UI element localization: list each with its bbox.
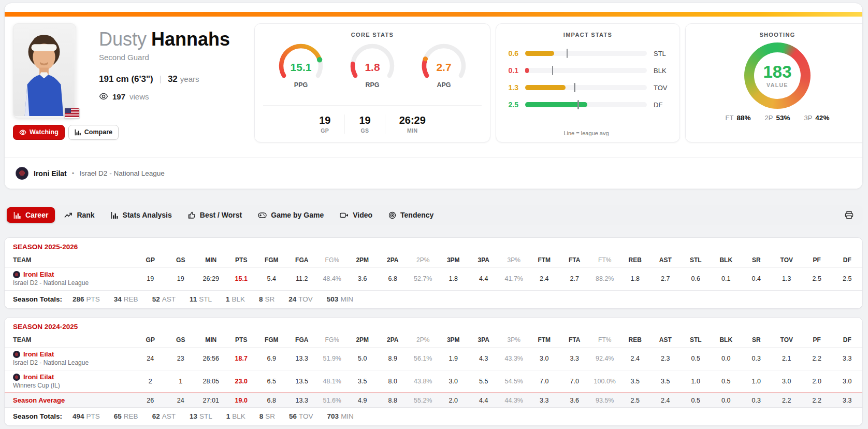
tab-tendency[interactable]: Tendency [382, 207, 440, 223]
impact-stats-title: IMPACT STATS [496, 32, 679, 38]
column-header-team: TEAM [5, 252, 135, 268]
gauge-ppg: 15.1 PPG [272, 42, 329, 89]
tab-stats-analysis[interactable]: Stats Analysis [104, 207, 179, 223]
stat-ast: 3.5 [650, 370, 681, 393]
stat-2pm: 4.9 [348, 393, 378, 408]
column-header-fgm: FGM [256, 252, 287, 268]
stat-2ppct: 55.2% [408, 393, 439, 408]
team-link[interactable]: Ironi Eilat [23, 374, 54, 381]
team-league: Winners Cup (IL) [13, 382, 132, 390]
stat-2pa: 8.0 [378, 370, 408, 393]
team-link[interactable]: Ironi Eilat [23, 271, 54, 279]
column-header-df: DF [832, 252, 863, 268]
stat-gp: 19 [135, 268, 166, 291]
stat-tov: 3.0 [772, 370, 802, 393]
column-header-ftm: FTM [529, 252, 560, 268]
stat-pts: 15.1 [226, 268, 257, 291]
tab-game-by-game[interactable]: Game by Game [251, 207, 330, 223]
stat-fgpct: 51.6% [317, 393, 348, 408]
core-summary: 19 GP 19 GS 26:29 MIN [263, 105, 482, 142]
stat-blk: 0.5 [711, 370, 742, 393]
stat-sr: 0.3 [741, 393, 772, 408]
df-bar [525, 102, 647, 107]
stat-3pm: 3.0 [438, 370, 469, 393]
stat-2pm: 3.6 [348, 268, 378, 291]
shooting-value-label: VALUE [766, 82, 788, 88]
stat-reb: 2.5 [620, 393, 650, 408]
tab-rank[interactable]: Rank [57, 207, 101, 223]
tab-video[interactable]: Video [333, 207, 379, 223]
total-sr: 8SR [259, 295, 274, 303]
column-header-2pa: 2PA [378, 332, 408, 348]
total-sr: 8SR [259, 412, 275, 420]
total-ast: 62AST [152, 412, 176, 420]
total-reb: 34REB [114, 295, 138, 303]
stat-gs: 23 [166, 348, 196, 370]
thumb-icon [188, 211, 196, 219]
stat-min: 28:05 [196, 370, 226, 393]
stat-reb: 1.8 [620, 268, 650, 291]
column-header-3pa: 3PA [469, 332, 499, 348]
stat-pts: 19.0 [226, 393, 257, 408]
stat-reb: 2.4 [620, 348, 650, 370]
stat-2pm: 3.5 [348, 370, 378, 393]
column-header-tov: TOV [772, 332, 802, 348]
watching-button[interactable]: Watching [13, 125, 65, 140]
core-stats-title: CORE STATS [255, 32, 490, 38]
tab-best-worst[interactable]: Best / Worst [181, 207, 249, 223]
team-league: Israel D2 - National League [79, 169, 164, 177]
column-header-gs: GS [166, 332, 196, 348]
column-header-fta: FTA [559, 252, 590, 268]
stat-pf: 2.0 [802, 370, 832, 393]
chart-icon [13, 211, 21, 219]
team-league: Israel D2 - National League [13, 360, 132, 367]
stat-fgm: 6.8 [256, 393, 287, 408]
column-header-2pm: 2PM [348, 332, 378, 348]
gamepad-icon [258, 211, 267, 219]
impact-row-df: 2.5 DF [504, 101, 670, 109]
column-header-ast: AST [650, 252, 681, 268]
impact-rows: 0.6 STL 0.1 BLK 1.3 TOV [496, 38, 679, 109]
column-header-min: MIN [196, 252, 226, 268]
target-icon [388, 211, 396, 219]
stat-df: 3.3 [832, 348, 863, 370]
column-header-df: DF [832, 332, 863, 348]
column-header-3ppct: 3P% [499, 252, 529, 268]
column-header-3pa: 3PA [469, 252, 499, 268]
table-header-row: TEAMGPGSMINPTSFGMFGAFG%2PM2PA2P%3PM3PA3P… [5, 332, 862, 348]
team-link[interactable]: Ironi Eilat [34, 169, 67, 178]
ft-split: FT88% [726, 114, 751, 122]
stat-fga: 13.5 [287, 370, 317, 393]
stat-fgpct: 48.4% [317, 268, 348, 291]
league-avg-line [552, 66, 554, 75]
summary-min: 26:29 MIN [385, 115, 440, 134]
stat-ast: 2.4 [650, 393, 681, 408]
total-blk: 1BLK [226, 295, 245, 303]
total-ast: 52AST [152, 295, 176, 303]
table-header-row: TEAMGPGSMINPTSFGMFGAFG%2PM2PA2P%3PM3PA3P… [5, 252, 862, 268]
header-content: Watching Compare DustyHannahs Second Gua… [5, 17, 862, 142]
stat-fga: 11.2 [287, 268, 317, 291]
shooting-value: 183 [763, 63, 791, 80]
camera-icon [340, 211, 349, 219]
player-name: DustyHannahs [99, 30, 254, 49]
column-header-3ppct: 3P% [499, 332, 529, 348]
eye-icon [19, 130, 26, 135]
print-button[interactable] [843, 209, 856, 221]
stat-blk: 0.1 [711, 268, 742, 291]
stat-tov: 1.3 [772, 268, 802, 291]
3p-split: 3P42% [804, 114, 829, 122]
eye-icon [99, 93, 108, 100]
stat-ftpct: 88.2% [590, 268, 620, 291]
tab-career[interactable]: Career [7, 207, 55, 223]
league-avg-line [574, 83, 575, 92]
team-link[interactable]: Ironi Eilat [23, 351, 54, 359]
column-header-3pm: 3PM [438, 252, 469, 268]
meta-separator: | [160, 75, 162, 84]
column-header-fga: FGA [287, 332, 317, 348]
shooting-splits: FT88% 2P53% 3P42% [686, 114, 863, 122]
column-header-gp: GP [135, 252, 166, 268]
stat-3pa: 4.4 [469, 393, 499, 408]
donut-center: 183 VALUE [744, 42, 811, 109]
2p-split: 2P53% [765, 114, 790, 122]
